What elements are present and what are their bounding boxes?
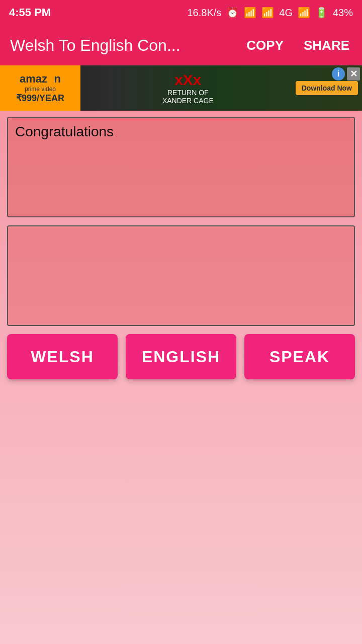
english-button[interactable]: ENGLISH xyxy=(126,334,236,379)
ad-right-section: Download Now xyxy=(296,81,362,95)
output-text-box[interactable] xyxy=(7,225,355,326)
status-icons: 16.8K/s ⏰ 📶 📶 4G 📶 🔋 43% xyxy=(187,7,353,19)
battery-icon: 🔋 xyxy=(315,7,328,19)
ad-movie-title: xXx xyxy=(162,71,214,89)
app-title: Welsh To English Con... xyxy=(10,36,244,55)
ad-movie-section: xXx RETURN OF XANDER CAGE xyxy=(80,71,296,105)
status-bar: 4:55 PM 16.8K/s ⏰ 📶 📶 4G 📶 🔋 43% xyxy=(0,0,362,25)
share-button[interactable]: SHARE xyxy=(301,35,352,56)
ad-amazon-section: amazôn prime video ₹999/YEAR xyxy=(0,65,80,111)
network-speed: 16.8K/s xyxy=(187,7,221,19)
status-time: 4:55 PM xyxy=(9,6,51,19)
welsh-button[interactable]: WELSH xyxy=(7,334,118,379)
wifi-icon: 📶 xyxy=(244,7,256,19)
signal2-icon: 📶 xyxy=(298,7,310,19)
ad-banner: amazôn prime video ₹999/YEAR xXx RETURN … xyxy=(0,65,362,111)
battery-percent: 43% xyxy=(333,7,353,19)
ad-movie-subtitle2: XANDER CAGE xyxy=(162,97,214,105)
app-bar-actions: COPY SHARE xyxy=(244,35,352,56)
ad-movie-subtitle: RETURN OF xyxy=(162,89,214,97)
main-content: Congratulations WELSH ENGLISH SPEAK xyxy=(0,111,362,385)
copy-button[interactable]: COPY xyxy=(244,35,286,56)
input-text-content: Congratulations xyxy=(15,124,114,140)
alarm-icon: ⏰ xyxy=(226,7,239,19)
ad-price: ₹999/YEAR xyxy=(16,93,64,104)
ad-info-button[interactable]: i xyxy=(332,67,345,80)
buttons-row: WELSH ENGLISH SPEAK xyxy=(7,334,355,379)
prime-label: prime video xyxy=(25,86,56,93)
speak-button[interactable]: SPEAK xyxy=(244,334,355,379)
signal-icon: 📶 xyxy=(261,7,274,19)
4g-label: 4G xyxy=(279,7,293,19)
ad-close-button[interactable]: ✕ xyxy=(347,67,360,80)
input-text-box[interactable]: Congratulations xyxy=(7,117,355,217)
app-bar: Welsh To English Con... COPY SHARE xyxy=(0,25,362,65)
amazon-logo: amazôn xyxy=(20,72,61,86)
ad-download-button[interactable]: Download Now xyxy=(296,81,358,95)
ad-close-area: i ✕ xyxy=(332,67,360,80)
